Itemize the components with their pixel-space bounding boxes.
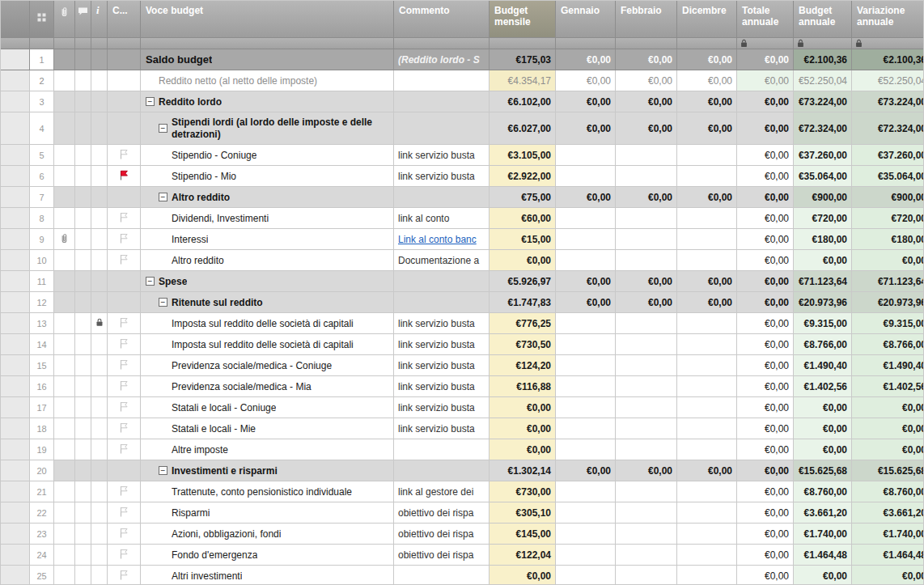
row-number[interactable]: 14 xyxy=(30,334,54,355)
row-number[interactable]: 1 xyxy=(30,49,54,70)
row-number[interactable]: 22 xyxy=(30,502,54,524)
gennaio-cell[interactable] xyxy=(556,566,616,585)
variazione-annuale-cell[interactable]: €73.224,00 xyxy=(852,91,924,112)
flag-cell[interactable] xyxy=(108,229,141,250)
commento-cell[interactable]: obiettivo dei rispa xyxy=(394,545,490,566)
febbraio-cell[interactable] xyxy=(616,334,677,355)
variazione-annuale-cell[interactable]: €35.064,00 xyxy=(852,166,924,187)
variazione-annuale-cell[interactable]: €37.260,00 xyxy=(852,145,924,166)
gennaio-cell[interactable] xyxy=(556,397,616,418)
budget-mensile-cell[interactable]: €6.027,00 xyxy=(490,112,556,145)
budget-mensile-cell[interactable]: €0,00 xyxy=(490,566,556,585)
budget-annuale-cell[interactable]: €72.324,00 xyxy=(794,112,852,145)
comment-cell[interactable] xyxy=(75,145,91,166)
comment-cell[interactable] xyxy=(75,292,91,313)
budget-annuale-cell[interactable]: €1.464,48 xyxy=(794,545,852,566)
febbraio-cell[interactable] xyxy=(616,502,677,524)
collapse-icon[interactable]: − xyxy=(146,277,155,286)
flag-cell[interactable] xyxy=(108,166,141,187)
budget-annuale-cell[interactable]: €15.625,68 xyxy=(794,460,852,481)
voce-budget-cell[interactable]: Altre imposte xyxy=(141,439,394,460)
commento-cell[interactable]: Documentazione a xyxy=(394,250,490,271)
flag-icon[interactable] xyxy=(119,380,129,393)
flag-icon[interactable] xyxy=(119,233,129,246)
commento-cell[interactable] xyxy=(394,460,490,481)
attachment-cell[interactable] xyxy=(54,524,75,545)
comment-cell[interactable] xyxy=(75,460,91,481)
collapse-icon[interactable]: − xyxy=(146,97,155,106)
flag-cell[interactable] xyxy=(108,524,141,545)
attachment-cell[interactable] xyxy=(54,502,75,524)
gennaio-column-header[interactable]: Gennaio xyxy=(556,1,616,38)
totale-annuale-cell[interactable]: €0,00 xyxy=(737,524,794,545)
budget-mensile-cell[interactable]: €145,00 xyxy=(490,524,556,545)
gennaio-cell[interactable] xyxy=(556,313,616,334)
comment-cell[interactable] xyxy=(75,566,91,585)
attachments-column-header[interactable] xyxy=(54,1,75,38)
select-all-button[interactable] xyxy=(30,1,54,38)
flag-icon[interactable] xyxy=(119,422,129,435)
attachment-cell[interactable] xyxy=(54,112,75,145)
flag-cell[interactable] xyxy=(108,145,141,166)
variazione-annuale-cell[interactable]: €1.402,56 xyxy=(852,376,924,397)
attachment-cell[interactable] xyxy=(54,313,75,334)
row-number[interactable]: 9 xyxy=(30,229,54,250)
info-cell[interactable] xyxy=(91,418,108,439)
info-cell[interactable] xyxy=(91,112,108,145)
budget-annuale-cell[interactable]: €1.402,56 xyxy=(794,376,852,397)
voce-budget-cell[interactable]: Reddito netto (al netto delle imposte) xyxy=(141,70,394,91)
comment-cell[interactable] xyxy=(75,229,91,250)
flag-cell[interactable] xyxy=(108,502,141,524)
dicembre-cell[interactable] xyxy=(677,524,737,545)
budget-annuale-cell[interactable]: €3.661,20 xyxy=(794,502,852,524)
totale-annuale-cell[interactable]: €0,00 xyxy=(737,313,794,334)
commento-cell[interactable]: link servizio busta xyxy=(394,418,490,439)
dicembre-cell[interactable] xyxy=(677,313,737,334)
variazione-annuale-cell[interactable]: €1.464,48 xyxy=(852,545,924,566)
variazione-annuale-cell[interactable]: €1.490,40 xyxy=(852,355,924,376)
dicembre-cell[interactable] xyxy=(677,376,737,397)
commento-cell[interactable] xyxy=(394,566,490,585)
info-cell[interactable] xyxy=(91,49,108,70)
budget-annuale-cell[interactable]: €8.760,00 xyxy=(794,481,852,502)
flag-icon[interactable] xyxy=(119,507,129,519)
comment-cell[interactable] xyxy=(75,166,91,187)
dicembre-cell[interactable]: €0,00 xyxy=(677,91,737,112)
gennaio-cell[interactable] xyxy=(556,545,616,566)
budget-mensile-cell[interactable]: €116,88 xyxy=(490,376,556,397)
variazione-annuale-cell[interactable]: €20.973,96 xyxy=(852,292,924,313)
dicembre-cell[interactable]: €0,00 xyxy=(677,292,737,313)
variazione-annuale-cell[interactable]: €180,00 xyxy=(852,229,924,250)
totale-annuale-cell[interactable]: €0,00 xyxy=(737,271,794,292)
gennaio-cell[interactable] xyxy=(556,355,616,376)
febbraio-cell[interactable] xyxy=(616,229,677,250)
budget-mensile-cell[interactable]: €0,00 xyxy=(490,439,556,460)
febbraio-cell[interactable] xyxy=(616,545,677,566)
budget-annuale-cell[interactable]: €73.224,00 xyxy=(794,91,852,112)
variazione-annuale-cell[interactable]: €0,00 xyxy=(852,439,924,460)
commento-cell[interactable] xyxy=(394,91,490,112)
info-cell[interactable] xyxy=(91,145,108,166)
budget-annuale-cell[interactable]: €8.766,00 xyxy=(794,334,852,355)
commento-cell[interactable] xyxy=(394,112,490,145)
voce-budget-cell[interactable]: −Ritenute sul reddito xyxy=(141,292,394,313)
febbraio-cell[interactable] xyxy=(616,566,677,585)
row-number[interactable]: 13 xyxy=(30,313,54,334)
comment-cell[interactable] xyxy=(75,91,91,112)
commento-cell[interactable]: link servizio busta xyxy=(394,397,490,418)
info-cell[interactable] xyxy=(91,439,108,460)
commento-cell[interactable] xyxy=(394,439,490,460)
flag-icon[interactable] xyxy=(119,212,129,225)
variazione-annuale-cell[interactable]: €0,00 xyxy=(852,418,924,439)
budget-mensile-cell[interactable]: €15,00 xyxy=(490,229,556,250)
row-number[interactable]: 19 xyxy=(30,439,54,460)
totale-annuale-cell[interactable]: €0,00 xyxy=(737,334,794,355)
info-cell[interactable] xyxy=(91,292,108,313)
attachment-cell[interactable] xyxy=(54,70,75,91)
variazione-annuale-column-header[interactable]: Variazione annuale xyxy=(852,1,924,38)
budget-mensile-cell[interactable]: €1.747,83 xyxy=(490,292,556,313)
budget-mensile-cell[interactable]: €730,50 xyxy=(490,334,556,355)
row-number[interactable]: 15 xyxy=(30,355,54,376)
budget-annuale-cell[interactable]: €52.250,04 xyxy=(794,70,852,91)
budget-annuale-cell[interactable]: €0,00 xyxy=(794,418,852,439)
